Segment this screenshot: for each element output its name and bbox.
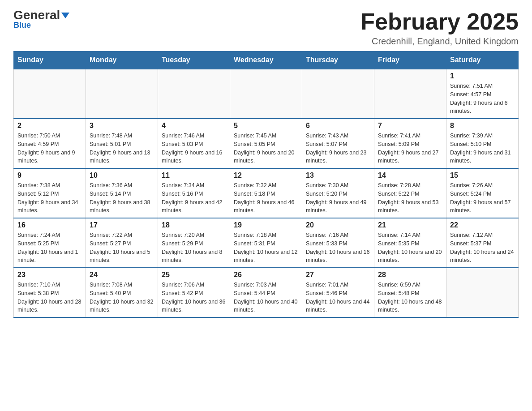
calendar-day-cell: 14Sunrise: 7:28 AMSunset: 5:22 PMDayligh…	[374, 168, 446, 218]
day-of-week-header: Monday	[86, 51, 158, 69]
day-number: 6	[306, 122, 370, 130]
calendar-day-cell: 2Sunrise: 7:50 AMSunset: 4:59 PMDaylight…	[14, 119, 86, 168]
day-number: 19	[234, 221, 298, 229]
calendar-day-cell: 18Sunrise: 7:20 AMSunset: 5:29 PMDayligh…	[158, 218, 230, 268]
day-info-text: Sunrise: 6:59 AMSunset: 5:48 PMDaylight:…	[378, 281, 442, 314]
calendar-day-cell: 16Sunrise: 7:24 AMSunset: 5:25 PMDayligh…	[14, 218, 86, 268]
day-info-text: Sunrise: 7:41 AMSunset: 5:09 PMDaylight:…	[378, 132, 442, 165]
day-number: 14	[378, 171, 442, 180]
calendar-week-row: 2Sunrise: 7:50 AMSunset: 4:59 PMDaylight…	[14, 119, 519, 168]
calendar-day-cell: 5Sunrise: 7:45 AMSunset: 5:05 PMDaylight…	[230, 119, 302, 168]
day-number: 9	[17, 171, 82, 180]
day-number: 16	[17, 221, 82, 229]
calendar-header-row: SundayMondayTuesdayWednesdayThursdayFrid…	[14, 51, 519, 69]
calendar-day-cell: 19Sunrise: 7:18 AMSunset: 5:31 PMDayligh…	[230, 218, 302, 268]
calendar-day-cell: 27Sunrise: 7:01 AMSunset: 5:46 PMDayligh…	[302, 268, 374, 317]
calendar-day-cell: 22Sunrise: 7:12 AMSunset: 5:37 PMDayligh…	[446, 218, 519, 268]
day-number: 4	[162, 122, 226, 130]
day-info-text: Sunrise: 7:24 AMSunset: 5:25 PMDaylight:…	[17, 231, 82, 265]
day-number: 20	[306, 221, 370, 229]
calendar-day-cell: 1Sunrise: 7:51 AMSunset: 4:57 PMDaylight…	[446, 69, 519, 119]
calendar-day-cell: 24Sunrise: 7:08 AMSunset: 5:40 PMDayligh…	[86, 268, 158, 317]
day-number: 13	[306, 171, 370, 180]
day-info-text: Sunrise: 7:48 AMSunset: 5:01 PMDaylight:…	[90, 132, 154, 165]
day-of-week-header: Friday	[374, 51, 446, 69]
logo: General Blue	[13, 9, 69, 30]
day-info-text: Sunrise: 7:22 AMSunset: 5:27 PMDaylight:…	[90, 231, 154, 265]
calendar-day-cell: 26Sunrise: 7:03 AMSunset: 5:44 PMDayligh…	[230, 268, 302, 317]
page-header: General Blue February 2025 Credenhill, E…	[13, 9, 519, 47]
day-info-text: Sunrise: 7:32 AMSunset: 5:18 PMDaylight:…	[234, 181, 298, 215]
logo-sub-text: Blue	[13, 21, 31, 30]
calendar-week-row: 9Sunrise: 7:38 AMSunset: 5:12 PMDaylight…	[14, 168, 519, 218]
day-info-text: Sunrise: 7:01 AMSunset: 5:46 PMDaylight:…	[306, 281, 370, 314]
day-of-week-header: Sunday	[14, 51, 86, 69]
day-number: 12	[234, 171, 298, 180]
day-number: 11	[162, 171, 226, 180]
calendar-day-cell: 20Sunrise: 7:16 AMSunset: 5:33 PMDayligh…	[302, 218, 374, 268]
calendar-day-cell: 12Sunrise: 7:32 AMSunset: 5:18 PMDayligh…	[230, 168, 302, 218]
calendar-day-cell	[374, 69, 446, 119]
day-info-text: Sunrise: 7:39 AMSunset: 5:10 PMDaylight:…	[450, 132, 515, 165]
day-number: 18	[162, 221, 226, 229]
calendar-table: SundayMondayTuesdayWednesdayThursdayFrid…	[13, 51, 519, 318]
day-info-text: Sunrise: 7:43 AMSunset: 5:07 PMDaylight:…	[306, 132, 370, 165]
day-number: 28	[378, 271, 442, 279]
day-number: 10	[90, 171, 154, 180]
day-info-text: Sunrise: 7:18 AMSunset: 5:31 PMDaylight:…	[234, 231, 298, 265]
calendar-day-cell	[158, 69, 230, 119]
day-number: 21	[378, 221, 442, 229]
month-title: February 2025	[360, 9, 519, 34]
calendar-day-cell: 6Sunrise: 7:43 AMSunset: 5:07 PMDaylight…	[302, 119, 374, 168]
day-of-week-header: Thursday	[302, 51, 374, 69]
day-number: 17	[90, 221, 154, 229]
location-text: Credenhill, England, United Kingdom	[360, 36, 519, 47]
calendar-day-cell	[446, 268, 519, 317]
day-of-week-header: Saturday	[446, 51, 519, 69]
day-number: 5	[234, 122, 298, 130]
day-number: 15	[450, 171, 515, 180]
calendar-day-cell: 13Sunrise: 7:30 AMSunset: 5:20 PMDayligh…	[302, 168, 374, 218]
day-info-text: Sunrise: 7:08 AMSunset: 5:40 PMDaylight:…	[90, 281, 154, 314]
calendar-day-cell	[86, 69, 158, 119]
calendar-week-row: 1Sunrise: 7:51 AMSunset: 4:57 PMDaylight…	[14, 69, 519, 119]
calendar-day-cell: 3Sunrise: 7:48 AMSunset: 5:01 PMDaylight…	[86, 119, 158, 168]
day-number: 2	[17, 122, 82, 130]
day-info-text: Sunrise: 7:45 AMSunset: 5:05 PMDaylight:…	[234, 132, 298, 165]
calendar-day-cell: 4Sunrise: 7:46 AMSunset: 5:03 PMDaylight…	[158, 119, 230, 168]
calendar-day-cell	[14, 69, 86, 119]
calendar-day-cell: 21Sunrise: 7:14 AMSunset: 5:35 PMDayligh…	[374, 218, 446, 268]
calendar-day-cell: 10Sunrise: 7:36 AMSunset: 5:14 PMDayligh…	[86, 168, 158, 218]
day-info-text: Sunrise: 7:30 AMSunset: 5:20 PMDaylight:…	[306, 181, 370, 215]
calendar-day-cell: 17Sunrise: 7:22 AMSunset: 5:27 PMDayligh…	[86, 218, 158, 268]
day-info-text: Sunrise: 7:38 AMSunset: 5:12 PMDaylight:…	[17, 181, 82, 215]
day-of-week-header: Tuesday	[158, 51, 230, 69]
day-info-text: Sunrise: 7:51 AMSunset: 4:57 PMDaylight:…	[450, 82, 515, 116]
day-info-text: Sunrise: 7:12 AMSunset: 5:37 PMDaylight:…	[450, 231, 515, 265]
day-number: 25	[162, 271, 226, 279]
day-number: 26	[234, 271, 298, 279]
day-info-text: Sunrise: 7:26 AMSunset: 5:24 PMDaylight:…	[450, 181, 515, 215]
day-number: 8	[450, 122, 515, 130]
day-info-text: Sunrise: 7:10 AMSunset: 5:38 PMDaylight:…	[17, 281, 82, 314]
title-block: February 2025 Credenhill, England, Unite…	[360, 9, 519, 47]
calendar-day-cell: 23Sunrise: 7:10 AMSunset: 5:38 PMDayligh…	[14, 268, 86, 317]
day-info-text: Sunrise: 7:20 AMSunset: 5:29 PMDaylight:…	[162, 231, 226, 265]
day-info-text: Sunrise: 7:28 AMSunset: 5:22 PMDaylight:…	[378, 181, 442, 215]
day-number: 27	[306, 271, 370, 279]
calendar-day-cell: 15Sunrise: 7:26 AMSunset: 5:24 PMDayligh…	[446, 168, 519, 218]
calendar-day-cell	[302, 69, 374, 119]
calendar-day-cell: 28Sunrise: 6:59 AMSunset: 5:48 PMDayligh…	[374, 268, 446, 317]
calendar-day-cell: 25Sunrise: 7:06 AMSunset: 5:42 PMDayligh…	[158, 268, 230, 317]
calendar-day-cell: 7Sunrise: 7:41 AMSunset: 5:09 PMDaylight…	[374, 119, 446, 168]
day-info-text: Sunrise: 7:50 AMSunset: 4:59 PMDaylight:…	[17, 132, 82, 165]
calendar-week-row: 23Sunrise: 7:10 AMSunset: 5:38 PMDayligh…	[14, 268, 519, 317]
calendar-day-cell: 8Sunrise: 7:39 AMSunset: 5:10 PMDaylight…	[446, 119, 519, 168]
day-info-text: Sunrise: 7:36 AMSunset: 5:14 PMDaylight:…	[90, 181, 154, 215]
calendar-week-row: 16Sunrise: 7:24 AMSunset: 5:25 PMDayligh…	[14, 218, 519, 268]
calendar-day-cell: 11Sunrise: 7:34 AMSunset: 5:16 PMDayligh…	[158, 168, 230, 218]
day-of-week-header: Wednesday	[230, 51, 302, 69]
calendar-day-cell	[230, 69, 302, 119]
logo-main-text: General	[13, 9, 69, 21]
day-info-text: Sunrise: 7:16 AMSunset: 5:33 PMDaylight:…	[306, 231, 370, 265]
